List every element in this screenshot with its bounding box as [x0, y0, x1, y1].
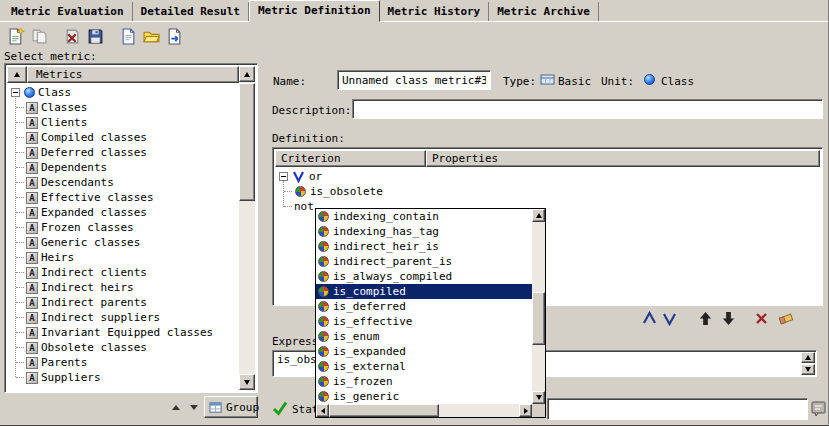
- metric-icon: [26, 357, 38, 369]
- group-toggle-button[interactable]: Group: [204, 396, 258, 418]
- criterion-icon: [318, 286, 329, 297]
- collapse-icon[interactable]: [11, 88, 20, 97]
- scroll-up-button[interactable]: [532, 209, 545, 222]
- definition-row-or[interactable]: or: [275, 169, 820, 184]
- and-operator-button[interactable]: [640, 309, 659, 328]
- metric-icon: [26, 132, 38, 144]
- dropdown-item[interactable]: indirect_parent_is: [316, 254, 532, 269]
- tree-item[interactable]: Compiled classes: [7, 130, 239, 145]
- collapse-icon[interactable]: [279, 172, 288, 181]
- dropdown-item[interactable]: is_always_compiled: [316, 269, 532, 284]
- scroll-down-button[interactable]: [532, 391, 545, 404]
- dropdown-item[interactable]: indexing_has_tag: [316, 224, 532, 239]
- delete-icon: [754, 311, 769, 326]
- tree-item[interactable]: Suppliers: [7, 370, 239, 385]
- scroll-down-button[interactable]: [239, 374, 255, 390]
- open-metric-file-button[interactable]: [140, 25, 163, 48]
- dropdown-horizontal-scrollbar[interactable]: [316, 404, 532, 417]
- tree-item[interactable]: Expanded classes: [7, 205, 239, 220]
- move-criterion-up-button[interactable]: [696, 309, 715, 328]
- tree-item[interactable]: Indirect heirs: [7, 280, 239, 295]
- name-field[interactable]: [337, 70, 491, 90]
- tree-item[interactable]: Indirect suppliers: [7, 310, 239, 325]
- dropdown-item-selected[interactable]: is_compiled: [316, 284, 532, 299]
- metric-icon: [26, 207, 38, 219]
- or-operator-icon: [292, 170, 305, 183]
- tree-item[interactable]: Dependents: [7, 160, 239, 175]
- sort-ascending-icon: [14, 72, 20, 77]
- scroll-up-button[interactable]: [239, 66, 255, 82]
- metrics-column-header[interactable]: Metrics: [27, 66, 239, 83]
- tab-metric-archive[interactable]: Metric Archive: [489, 2, 599, 21]
- tree-item[interactable]: Parents: [7, 355, 239, 370]
- tree-item[interactable]: Frozen classes: [7, 220, 239, 235]
- tree-scrollbar-thumb[interactable]: [239, 83, 255, 201]
- dropdown-item[interactable]: is_deferred: [316, 299, 532, 314]
- definition-row-criterion[interactable]: is_obsolete: [275, 184, 820, 199]
- tree-item[interactable]: Generic classes: [7, 235, 239, 250]
- class-unit-icon: [644, 74, 655, 85]
- export-metric-button[interactable]: [163, 25, 186, 48]
- dropdown-item[interactable]: indexing_contain: [316, 209, 532, 224]
- dropdown-item[interactable]: is_external: [316, 359, 532, 374]
- new-metric-button[interactable]: [5, 25, 28, 48]
- erase-criterion-button[interactable]: [776, 309, 795, 328]
- tree-item[interactable]: Descendants: [7, 175, 239, 190]
- criterion-icon: [318, 211, 329, 222]
- metric-icon: [26, 237, 38, 249]
- metric-icon: [26, 297, 38, 309]
- save-metric-button[interactable]: [84, 25, 107, 48]
- new-file-button[interactable]: [117, 25, 140, 48]
- dropdown-hscrollbar-thumb[interactable]: [329, 404, 439, 417]
- dropdown-item[interactable]: is_frozen: [316, 374, 532, 389]
- move-down-icon: [190, 405, 198, 410]
- dropdown-item[interactable]: is_generic: [316, 389, 532, 404]
- move-metric-down-button[interactable]: [186, 399, 202, 415]
- expression-scroll-up-button[interactable]: [801, 352, 815, 363]
- description-field[interactable]: [352, 99, 823, 119]
- dropdown-item[interactable]: is_enum: [316, 329, 532, 344]
- scroll-left-button[interactable]: [316, 404, 329, 417]
- status-field[interactable]: [547, 398, 808, 420]
- metric-icon: [26, 117, 38, 129]
- tree-item[interactable]: Indirect parents: [7, 295, 239, 310]
- move-criterion-down-button[interactable]: [719, 309, 738, 328]
- metric-tree-panel: Metrics Class Classes Clients Compiled c…: [4, 63, 258, 393]
- tree-item[interactable]: Classes: [7, 100, 239, 115]
- criterion-column-header[interactable]: Criterion: [275, 150, 426, 167]
- delete-metric-button[interactable]: [61, 25, 84, 48]
- scroll-right-button[interactable]: [519, 404, 532, 417]
- tree-item[interactable]: Effective classes: [7, 190, 239, 205]
- tree-item[interactable]: Deferred classes: [7, 145, 239, 160]
- tab-metric-history[interactable]: Metric History: [380, 2, 490, 21]
- tree-item[interactable]: Heirs: [7, 250, 239, 265]
- tree-item[interactable]: Obsolete classes: [7, 340, 239, 355]
- group-icon: [209, 401, 222, 414]
- tree-item[interactable]: Invariant Equipped classes: [7, 325, 239, 340]
- comment-icon[interactable]: [811, 400, 827, 417]
- sort-ascending-header[interactable]: [7, 66, 27, 83]
- dropdown-item[interactable]: indirect_heir_is: [316, 239, 532, 254]
- properties-column-header[interactable]: Properties: [426, 150, 820, 167]
- tab-detailed-result[interactable]: Detailed Result: [133, 2, 249, 21]
- dropdown-vertical-scrollbar[interactable]: [532, 209, 545, 404]
- expression-scroll-down-button[interactable]: [801, 364, 815, 375]
- tree-scrollbar[interactable]: [239, 66, 255, 390]
- tree-item[interactable]: Clients: [7, 115, 239, 130]
- dropdown-scrollbar-thumb[interactable]: [532, 292, 545, 345]
- metric-icon: [26, 327, 38, 339]
- or-operator-button[interactable]: [660, 309, 679, 328]
- delete-criterion-button[interactable]: [752, 309, 771, 328]
- scroll-right-icon: [524, 408, 528, 414]
- duplicate-metric-button[interactable]: [28, 25, 51, 48]
- tree-root-class[interactable]: Class: [7, 85, 239, 100]
- move-metric-up-button[interactable]: [168, 399, 184, 415]
- metric-tree-body: Class Classes Clients Compiled classes D…: [7, 83, 239, 390]
- dropdown-item[interactable]: is_effective: [316, 314, 532, 329]
- tree-item[interactable]: Indirect clients: [7, 265, 239, 280]
- tab-metric-evaluation[interactable]: Metric Evaluation: [3, 2, 133, 21]
- dropdown-item[interactable]: is_expanded: [316, 344, 532, 359]
- metric-tool-window: Metric Evaluation Detailed Result Metric…: [0, 0, 829, 426]
- tab-metric-definition[interactable]: Metric Definition: [249, 0, 380, 22]
- description-label: Description:: [272, 104, 351, 117]
